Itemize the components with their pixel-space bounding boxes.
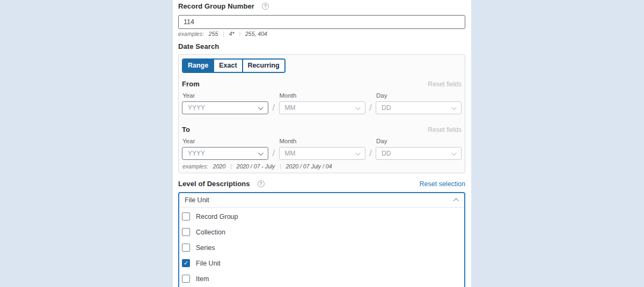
to-day-col: Day DD [376,138,462,160]
level-label-group: Level of Descriptions ? [178,180,265,188]
to-month-col: Month MM [279,138,365,160]
year-placeholder: YYYY [188,150,205,157]
month-placeholder: MM [285,150,296,157]
to-day-select[interactable]: DD [376,147,462,160]
checkbox[interactable] [182,244,190,252]
date-examples: examples: 2020 | 2020 / 07 - July | 2020… [182,163,462,170]
level-options-list: Record Group Collection Series File Unit… [179,208,464,287]
example-value: 255, 404 [245,31,267,37]
to-year-select[interactable]: YYYY [182,147,268,160]
chevron-up-icon [453,198,459,203]
search-filters-panel: Record Group Number ? examples: 255 | 4*… [173,0,471,287]
from-date-row: Year YYYY / Month MM / Day DD [182,92,462,114]
level-select-header[interactable]: File Unit [179,193,464,208]
to-reset-fields-link[interactable]: Reset fields [428,126,462,134]
month-label: Month [279,92,365,99]
to-year-col: Year YYYY [182,138,268,160]
option-label: File Unit [196,260,221,267]
example-value: 2020 [213,163,225,170]
to-date-row: Year YYYY / Month MM / Day DD [182,138,462,160]
help-icon[interactable]: ? [262,3,269,10]
reset-selection-link[interactable]: Reset selection [420,180,465,188]
example-value: 2020 / 07 - July [237,163,275,170]
date-separator: / [268,101,279,114]
year-label: Year [182,92,268,99]
option-series[interactable]: Series [179,240,464,255]
from-year-select[interactable]: YYYY [182,101,268,114]
tab-exact[interactable]: Exact [213,60,241,72]
help-icon[interactable]: ? [258,180,265,187]
option-label: Item [196,275,209,283]
example-value: 255 [209,31,218,37]
example-value: 4* [229,31,235,37]
tab-range[interactable]: Range [183,60,213,72]
day-label: Day [376,138,462,144]
option-label: Series [196,244,215,252]
examples-label: examples: [178,31,204,37]
selected-value: File Unit [185,196,209,204]
date-separator: / [365,101,376,114]
from-day-select[interactable]: DD [376,101,462,114]
option-record-group[interactable]: Record Group [179,209,464,224]
divider: | [280,164,281,169]
record-group-input[interactable] [178,15,465,29]
chevron-down-icon [355,105,360,110]
level-of-descriptions-header: Level of Descriptions ? Reset selection [178,180,465,188]
from-month-col: Month MM [279,92,365,114]
chevron-down-icon [451,150,457,156]
level-multiselect: File Unit Record Group Collection Series… [178,192,465,287]
chevron-down-icon [258,105,264,110]
from-reset-fields-link[interactable]: Reset fields [428,80,462,88]
to-month-select[interactable]: MM [279,147,365,160]
checkbox[interactable] [182,228,190,236]
divider: | [230,164,231,169]
date-search-panel: Range Exact Recurring From Reset fields … [178,54,465,173]
level-of-descriptions-label: Level of Descriptions [178,180,250,188]
example-value: 2020 / 07 July / 04 [286,163,332,170]
from-day-col: Day DD [376,92,462,114]
year-label: Year [182,138,268,144]
checkbox[interactable] [182,275,190,283]
chevron-down-icon [355,150,360,156]
option-label: Record Group [196,213,238,220]
day-placeholder: DD [382,104,391,112]
chevron-down-icon [451,105,457,110]
year-placeholder: YYYY [188,104,205,112]
option-file-unit[interactable]: File Unit [179,255,464,271]
checkbox[interactable] [182,259,190,267]
checkbox[interactable] [182,212,190,220]
from-year-col: Year YYYY [182,92,268,114]
option-item[interactable]: Item [179,271,464,286]
date-separator: / [365,147,376,160]
tab-recurring[interactable]: Recurring [242,60,284,72]
date-separator: / [268,147,279,160]
from-month-select[interactable]: MM [279,101,365,114]
month-label: Month [279,138,365,144]
examples-label: examples: [182,163,208,170]
option-label: Collection [196,229,225,236]
divider: | [239,31,240,36]
date-mode-tabs: Range Exact Recurring [182,58,286,73]
to-header: To Reset fields [182,126,462,134]
from-label: From [182,80,200,88]
to-label: To [182,126,190,134]
chevron-down-icon [258,150,264,156]
record-group-label: Record Group Number [178,2,254,10]
day-label: Day [376,92,462,99]
divider: | [223,31,224,36]
date-search-label: Date Search [178,42,465,50]
month-placeholder: MM [285,104,296,112]
record-group-header: Record Group Number ? [178,2,465,10]
from-header: From Reset fields [182,80,462,88]
day-placeholder: DD [382,150,391,157]
record-group-examples: examples: 255 | 4* | 255, 404 [178,31,465,37]
option-collection[interactable]: Collection [179,224,464,240]
